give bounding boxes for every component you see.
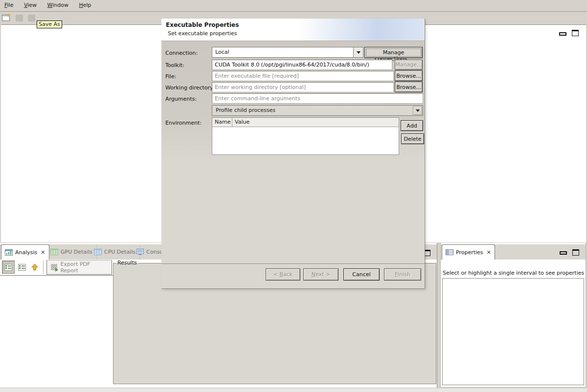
toolkit-input[interactable] [212,60,392,70]
save-icon-disabled [16,15,23,22]
arguments-label: Arguments: [165,96,197,102]
dialog-subtitle: Set executable properties [168,30,237,37]
manage-toolkit-button: Manage... [395,60,423,70]
export-pdf-label: Export PDF Report [60,261,108,274]
environment-label: Environment: [165,120,202,126]
tab-properties[interactable]: Properties ✕ [442,244,495,260]
export-pdf-icon [51,264,57,271]
properties-icon [446,249,453,255]
toolkit-label: Toolkit: [165,62,184,68]
chevron-down-icon[interactable] [353,47,363,57]
add-environment-button[interactable]: Add [401,120,423,131]
maximize-icon[interactable] [572,30,579,36]
results-label: Results [116,260,138,266]
environment-table-header: Name Value [212,118,399,127]
delete-environment-button[interactable]: Delete [401,133,424,144]
browse-file-button[interactable]: Browse... [395,70,423,81]
maximize-icon[interactable] [424,250,430,256]
connection-value: Local [212,47,353,57]
tab-analysis-label: Analysis [15,249,37,256]
status-bar [0,388,587,392]
cancel-button[interactable]: Cancel [343,268,380,281]
menu-file[interactable]: File [0,0,18,11]
dialog-title: Executable Properties [166,22,239,28]
file-input[interactable] [212,71,394,81]
connection-select[interactable]: Local [212,47,363,58]
menu-bar: File View Window Help [0,0,587,12]
browse-working-directory-button[interactable]: Browse... [395,82,423,92]
cpu-details-icon [94,249,102,255]
profile-mode-select[interactable]: Profile child processes [212,105,423,116]
save-as-icon-disabled [28,15,35,22]
executable-properties-dialog: Executable Properties Set executable pro… [161,19,425,288]
column-header-name[interactable]: Name [212,118,232,127]
tab-properties-label: Properties [456,249,483,256]
manage-connections-button[interactable]: Manage connections... [364,47,423,58]
back-up-button[interactable] [28,261,41,274]
export-pdf-report-button[interactable]: Export PDF Report [46,260,112,275]
profile-mode-value: Profile child processes [212,106,412,115]
close-icon[interactable]: ✕ [40,249,45,256]
save-as-tooltip: Save As [37,21,62,28]
toolbar-separator [43,261,44,274]
analysis-icon [5,249,13,256]
properties-content [442,278,584,385]
menu-view[interactable]: View [20,0,41,11]
file-label: File: [165,73,176,80]
next-button: Next > [303,268,339,281]
working-directory-label: Working directory: [165,85,214,91]
tab-cpu-details-label: CPU Details [104,249,135,255]
new-session-icon[interactable]: ✦ [2,14,11,22]
guided-list-icon [4,264,12,271]
properties-hint: Select or highlight a single interval to… [443,270,584,276]
column-header-value[interactable]: Value [232,118,399,127]
guided-analysis-button[interactable] [2,261,15,274]
minimize-icon[interactable] [559,32,566,36]
arguments-input[interactable] [212,93,423,104]
tab-analysis[interactable]: Analysis ✕ [1,244,49,260]
environment-table[interactable]: Name Value [212,117,399,155]
unguided-analysis-button[interactable] [16,261,28,274]
back-button: < Back [266,268,300,281]
tab-gpu-details[interactable]: GPU Details [46,244,97,260]
console-icon [136,249,144,255]
menu-window[interactable]: Window [43,0,73,11]
unguided-list-icon [18,264,26,271]
finish-button: Finish [384,268,421,281]
up-arrow-icon [31,263,39,271]
gpu-details-icon [50,249,58,255]
close-icon[interactable]: ✕ [486,249,491,256]
working-directory-input[interactable] [212,82,394,92]
dialog-header: Executable Properties Set executable pro… [161,19,425,41]
maximize-icon[interactable] [572,249,579,256]
chevron-down-icon[interactable] [413,106,422,115]
tab-gpu-details-label: GPU Details [61,249,92,255]
properties-tabbar: Properties ✕ [441,243,586,260]
minimize-icon[interactable] [560,251,567,255]
connection-label: Connection: [165,50,198,56]
dialog-separator [161,263,425,264]
menu-help[interactable]: Help [74,0,95,11]
properties-panel: Properties ✕ Select or highlight a singl… [440,243,586,388]
